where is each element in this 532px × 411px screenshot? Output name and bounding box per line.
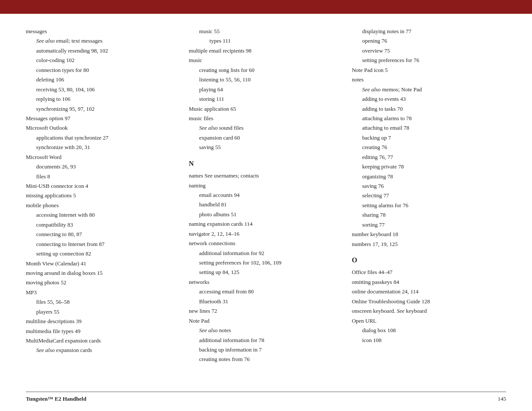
index-sub-entry: accessing Internet with 80 [26, 210, 171, 219]
index-main-entry: music [189, 56, 334, 65]
index-sub-entry: files 55, 56–58 [26, 297, 171, 306]
index-sub-entry: attaching alarms to 78 [352, 114, 498, 123]
index-main-entry: Microsoft Outlook [26, 123, 171, 132]
index-main-entry: number keyboard 18 [352, 230, 498, 239]
index-sub-entry: creating notes from 76 [189, 355, 334, 364]
index-main-entry: MP3 [26, 288, 171, 297]
index-sub-entry: additional information for 78 [189, 336, 334, 345]
index-sub-entry: See also email; text messages [26, 36, 171, 45]
column-col2: music 55types 111multiple email recipien… [180, 22, 343, 388]
index-sub-entry: email accounts 94 [189, 190, 334, 199]
index-main-entry: moving around in dialog boxes 15 [26, 268, 171, 277]
index-sub-entry: files 8 [26, 172, 171, 181]
index-sub-entry: See also notes [189, 326, 334, 335]
index-sub-entry: additional information for 92 [189, 249, 334, 258]
index-sub-entry: playing 64 [189, 85, 334, 94]
index-main-entry: new lines 72 [189, 306, 334, 315]
index-main-entry: networks [189, 277, 334, 286]
index-main-entry: numbers 17, 19, 125 [352, 240, 498, 249]
index-main-entry: multimedia file types 49 [26, 327, 171, 336]
top-bar [0, 0, 532, 14]
index-main-entry: online documentation 24, 114 [352, 287, 498, 296]
index-sub-entry: synchronizing 95, 97, 102 [26, 104, 171, 113]
index-main-entry: multiple email recipients 98 [189, 46, 334, 55]
index-sub-entry: icon 108 [352, 336, 498, 345]
index-sub-entry: synchronize with 20, 31 [26, 143, 171, 152]
index-main-entry: moving photos 52 [26, 278, 171, 287]
index-main-entry: onscreen keyboard. See keyboard [352, 306, 498, 315]
index-main-entry: Mini-USB connector icon 4 [26, 181, 171, 190]
index-main-entry: naming expansion cards 114 [189, 219, 334, 228]
index-main-entry: Online Troubleshooting Guide 128 [352, 297, 498, 306]
column-col3: displaying notes in 77opening 76overview… [343, 22, 506, 388]
footer-title: Tungsten™ E2 Handheld [26, 395, 86, 402]
index-main-entry: multiline descriptions 39 [26, 317, 171, 326]
index-sub-entry: keeping private 78 [352, 162, 498, 171]
index-main-entry: network connections [189, 239, 334, 248]
index-main-entry: Office files 44–47 [352, 268, 498, 277]
index-sub-entry: displaying notes in 77 [352, 27, 498, 36]
index-sub-entry: receiving 53, 80, 104, 106 [26, 85, 171, 94]
index-sub-entry: dialog box 108 [352, 326, 498, 335]
index-sub-entry: applications that synchronize 27 [26, 133, 171, 142]
index-sub-entry: Bluetooth 31 [189, 297, 334, 306]
index-sub-entry: handheld 81 [189, 200, 334, 209]
index-sub-entry: sorting 77 [352, 220, 498, 229]
index-sub-entry: organizing 78 [352, 172, 498, 181]
index-sub-entry: opening 76 [352, 36, 498, 45]
index-sub-entry: selecting 77 [352, 191, 498, 200]
index-sub-entry: backing up 7 [352, 133, 498, 142]
index-main-entry: Music application 65 [189, 104, 334, 113]
index-sub-entry: See also memos; Note Pad [352, 85, 498, 94]
index-sub-entry: setting preferences for 102, 106, 109 [189, 258, 334, 267]
index-main-entry: Note Pad icon 5 [352, 65, 498, 75]
page-footer: Tungsten™ E2 Handheld 145 [26, 392, 506, 402]
index-sub-entry: storing 111 [189, 94, 334, 103]
index-sub-entry: documents 26, 93 [26, 162, 171, 171]
index-sub-entry: listening to 55, 56, 110 [189, 75, 334, 84]
page-content: messagesSee also email; text messagesaut… [0, 14, 532, 411]
index-sub-entry: connecting to Internet from 87 [26, 240, 171, 249]
index-main-entry: MultiMediaCard expansion cards [26, 336, 171, 345]
index-sub-entry: sharing 78 [352, 210, 498, 219]
footer-page-number: 145 [498, 395, 507, 402]
index-sub-entry: See also sound files [189, 123, 334, 132]
index-main-entry: naming [189, 181, 334, 190]
index-main-entry: Note Pad [189, 316, 334, 325]
index-main-entry: navigator 2, 12, 14–16 [189, 229, 334, 238]
index-sub-entry: accessing email from 80 [189, 287, 334, 296]
index-sub-entry: attaching to email 78 [352, 123, 498, 132]
index-main-entry: Messages option 97 [26, 114, 171, 123]
index-sub-entry: music 55 [189, 27, 334, 36]
index-sub-entry: compatibility 83 [26, 220, 171, 229]
index-sub-entry: overview 75 [352, 46, 498, 55]
index-main-entry: notes [352, 75, 498, 84]
index-sub-entry: replying to 106 [26, 94, 171, 103]
index-main-entry: Month View (Calendar) 41 [26, 259, 171, 268]
index-main-entry: messages [26, 27, 171, 36]
index-sub-entry: setting up connection 82 [26, 249, 171, 258]
index-main-entry: names See usernames; contacts [189, 171, 334, 180]
index-main-entry: music files [189, 114, 334, 123]
columns-container: messagesSee also email; text messagesaut… [26, 22, 506, 388]
index-sub-entry: saving 76 [352, 181, 498, 190]
index-main-entry: Microsoft Word [26, 153, 171, 162]
index-sub-entry: connecting to 80, 87 [26, 230, 171, 239]
index-sub-entry: creating song lists for 60 [189, 65, 334, 75]
index-sub-entry: saving 55 [189, 143, 334, 152]
index-sub-entry: photo albums 51 [189, 210, 334, 219]
index-sub-entry: deleting 106 [26, 75, 171, 84]
index-sub-entry: backing up information in 7 [189, 345, 334, 354]
index-sub-entry: See also expansion cards [26, 346, 171, 355]
index-sub-entry: editing 76, 77 [352, 153, 498, 162]
index-sub-entry: adding to events 43 [352, 94, 498, 103]
index-main-entry: omitting passkeys 84 [352, 277, 498, 286]
column-col1: messagesSee also email; text messagesaut… [26, 22, 180, 388]
index-sub-entry: adding to tasks 70 [352, 104, 498, 113]
index-main-entry: Open URL [352, 316, 498, 325]
index-sub-entry: setting alarms for 76 [352, 201, 498, 210]
index-sub-entry: expansion card 60 [189, 133, 334, 142]
index-sub-entry: automatically resending 98, 102 [26, 46, 171, 55]
section-letter-o: O [352, 255, 498, 266]
section-letter-n: N [189, 158, 334, 169]
